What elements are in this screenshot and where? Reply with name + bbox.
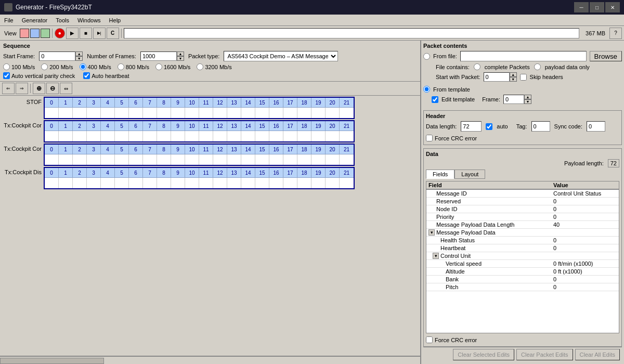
auto-heartbeat-check[interactable] (83, 72, 90, 79)
minimize-button[interactable]: ─ (574, 2, 589, 12)
ft-row-9[interactable]: Vertical speed0 ft/min (x1000) (426, 260, 619, 268)
pv-align-right[interactable]: ⇒ (16, 83, 28, 94)
skip-headers-check[interactable] (520, 74, 527, 81)
from-file-input[interactable] (460, 51, 587, 61)
from-file-radio[interactable] (423, 53, 430, 60)
maximize-button[interactable]: □ (590, 2, 604, 12)
menu-file[interactable]: File (0, 15, 18, 25)
ft-value-12: 0 (551, 283, 619, 291)
edit-template-check[interactable] (432, 96, 438, 103)
clear-all-button[interactable]: Clear All Edits (575, 349, 620, 360)
ft-row-8[interactable]: ▾Control Unit (426, 252, 619, 260)
ft-value-7: 0 (551, 244, 619, 252)
toolbar-input[interactable] (124, 28, 579, 38)
from-file-row: From file: Browse (423, 51, 622, 61)
num-frames-input[interactable] (140, 51, 177, 61)
start-packet-up[interactable]: ▲ (510, 72, 517, 77)
ft-expand-8[interactable]: ▾ (433, 253, 439, 259)
speed-100-radio[interactable] (3, 63, 10, 70)
data-length-label: Data length: (426, 123, 457, 129)
horizontal-scrollbar[interactable] (0, 356, 420, 364)
speed-400[interactable]: 400 Mb/s (80, 63, 111, 70)
ft-row-4[interactable]: Message Payload Data Length40 (426, 221, 619, 229)
ft-expand-5[interactable]: ▾ (428, 229, 435, 236)
packet-type-select[interactable]: AS5643 Cockpit Demo – ASM Message (224, 51, 338, 61)
auto-vertical-parity-check[interactable] (3, 72, 10, 79)
speed-800-radio[interactable] (118, 63, 124, 70)
stop-button[interactable]: ■ (80, 28, 92, 39)
file-contains-label: File contains: (436, 64, 470, 70)
clear-selected-button[interactable]: Clear Selected Edits (453, 349, 514, 360)
clear-packet-button[interactable]: Clear Packet Edits (516, 349, 573, 360)
ft-row-5[interactable]: ▾Message Payload Data (426, 229, 619, 237)
start-frame-down[interactable]: ▼ (75, 56, 83, 61)
color-a[interactable] (20, 29, 29, 38)
frame-down[interactable]: ▼ (524, 99, 531, 104)
ft-row-1[interactable]: Reserved0 (426, 198, 619, 205)
ft-row-2[interactable]: Node ID0 (426, 205, 619, 213)
auto-vertical-parity-item[interactable]: Auto vertical parity check (3, 72, 75, 79)
num-frames-up[interactable]: ▲ (177, 51, 184, 56)
complete-packets-radio[interactable] (474, 63, 480, 70)
ft-row-0[interactable]: Message IDControl Unit Status (426, 190, 619, 198)
speed-1600-label: 1600 Mb/s (164, 64, 190, 70)
speed-200[interactable]: 200 Mb/s (41, 63, 73, 70)
ft-row-10[interactable]: Altitude0 ft (x1000) (426, 268, 619, 276)
start-packet-input[interactable] (484, 72, 510, 82)
ft-row-3[interactable]: Priority0 (426, 213, 619, 221)
tag-input[interactable] (531, 121, 550, 132)
ft-value-9: 0 ft/min (x1000) (551, 260, 619, 267)
speed-100[interactable]: 100 Mb/s (3, 63, 35, 70)
payload-only-radio[interactable] (534, 63, 541, 70)
sync-code-input[interactable] (587, 121, 605, 132)
speed-1600-radio[interactable] (155, 63, 162, 70)
data-length-input[interactable] (461, 121, 482, 132)
zoom-in-button[interactable]: ⊕ (33, 83, 45, 94)
frame-spin: ▲ ▼ (524, 95, 531, 104)
step-button[interactable]: ▶| (93, 28, 106, 39)
zoom-fit-button[interactable]: ⇔ (60, 83, 72, 94)
force-crc-header-check[interactable] (426, 135, 433, 141)
color-c[interactable] (41, 29, 50, 38)
file-contains-row: File contains: complete Packets payload … (423, 63, 622, 70)
speed-3200[interactable]: 3200 Mb/s (197, 63, 231, 70)
start-frame-up[interactable]: ▲ (75, 51, 83, 56)
pv-content[interactable]: STOF0123456789101112131415161718192021Tx… (0, 96, 420, 356)
ft-row-6[interactable]: Health Status0 (426, 237, 619, 244)
speed-800[interactable]: 800 Mb/s (118, 63, 149, 70)
menu-generator[interactable]: Generator (18, 15, 52, 25)
force-crc-bottom-check[interactable] (426, 336, 433, 343)
ft-row-11[interactable]: Bank0 (426, 276, 619, 283)
auto-check[interactable] (486, 123, 492, 130)
ft-field-4: Message Payload Data Length (426, 221, 551, 228)
speed-200-radio[interactable] (41, 63, 48, 70)
pv-align-left[interactable]: ⇐ (2, 83, 15, 94)
play-button[interactable]: ▶ (66, 28, 79, 39)
help-icon-btn[interactable]: ? (609, 28, 622, 39)
auto-heartbeat-item[interactable]: Auto heartbeat (83, 72, 129, 79)
frame-up[interactable]: ▲ (524, 95, 531, 99)
color-b[interactable] (30, 29, 40, 38)
speed-3200-radio[interactable] (197, 63, 203, 70)
tab-layout[interactable]: Layout (454, 170, 485, 179)
ft-field-10: Altitude (426, 268, 551, 275)
start-frame-input[interactable] (39, 51, 75, 61)
from-template-radio[interactable] (423, 86, 430, 93)
speed-1600[interactable]: 1600 Mb/s (155, 63, 190, 70)
menu-help[interactable]: Help (105, 15, 125, 25)
browse-button[interactable]: Browse (590, 51, 622, 61)
record-button[interactable]: ● (55, 28, 65, 38)
speed-400-radio[interactable] (80, 63, 86, 70)
num-frames-down[interactable]: ▼ (177, 56, 184, 61)
ft-value-8 (551, 252, 619, 259)
tab-fields[interactable]: Fields (426, 170, 454, 179)
menu-windows[interactable]: Windows (73, 15, 105, 25)
ft-row-7[interactable]: Heartbeat0 (426, 244, 619, 252)
close-button[interactable]: ✕ (605, 2, 620, 12)
ft-row-12[interactable]: Pitch0 (426, 283, 619, 291)
reset-button[interactable]: C (107, 28, 119, 39)
start-packet-down[interactable]: ▼ (510, 77, 517, 82)
frame-input[interactable] (503, 95, 524, 104)
menu-tools[interactable]: Tools (51, 15, 73, 25)
zoom-out-button[interactable]: ⊖ (46, 83, 59, 94)
